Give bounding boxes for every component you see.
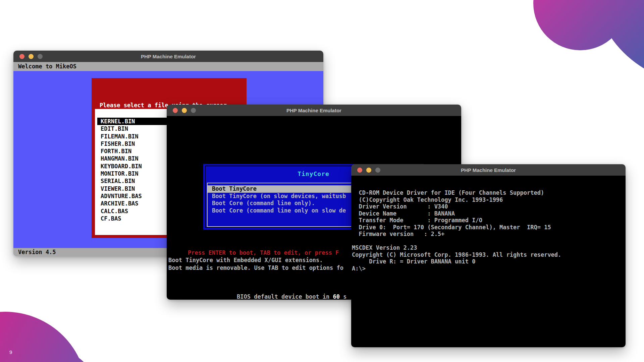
- bios-countdown-value: 60: [333, 293, 340, 300]
- window-title: PHP Machine Emulator: [286, 108, 341, 113]
- window-dos: PHP Machine Emulator CD-ROM Device Drive…: [351, 164, 626, 347]
- boot-prompt-text: Press ENTER to boot, TAB to edit, or pre…: [188, 249, 339, 256]
- close-button[interactable]: [19, 54, 24, 59]
- dos-terminal-output: CD-ROM Device Driver for IDE (Four Chann…: [352, 189, 561, 272]
- minimize-button[interactable]: [366, 168, 371, 173]
- gradient-blob-top-right: [523, 0, 644, 107]
- window-title: PHP Machine Emulator: [141, 54, 196, 59]
- tinycore-titlebar[interactable]: PHP Machine Emulator: [167, 105, 461, 116]
- traffic-lights: [19, 51, 43, 62]
- minimize-button[interactable]: [29, 54, 34, 59]
- mikeos-header-bar: Welcome to MikeOS: [13, 62, 323, 71]
- dos-terminal-line: Copyright (C) Microsoft Corp. 1986-1993.…: [352, 251, 561, 258]
- dos-terminal-line: Transfer Mode : Programmed I/O: [352, 217, 561, 224]
- window-title: PHP Machine Emulator: [461, 167, 516, 173]
- bios-countdown-prefix: BIOS default device boot in: [237, 293, 333, 300]
- dos-terminal-line: Drive R: = Driver BANANA unit 0: [352, 258, 561, 265]
- boot-help-line: Boot TinyCore with Embedded X/GUI extens…: [168, 257, 323, 263]
- close-button[interactable]: [357, 168, 362, 173]
- dos-terminal-line: Device Name : BANANA: [352, 210, 561, 217]
- mikeos-titlebar[interactable]: PHP Machine Emulator: [13, 51, 323, 62]
- dos-terminal-line: [352, 238, 561, 245]
- slide-number: 9: [9, 349, 12, 355]
- minimize-button[interactable]: [182, 108, 187, 113]
- dos-terminal-line: (C)Copyright Oak Technology Inc. 1993-19…: [352, 196, 561, 203]
- traffic-lights: [173, 105, 196, 116]
- dos-terminal-line: Drive 0: Port= 170 (Secondary Channel), …: [352, 224, 561, 231]
- dos-terminal-line: CD-ROM Device Driver for IDE (Four Chann…: [352, 189, 561, 196]
- dos-terminal-line: A:\>: [352, 265, 561, 272]
- traffic-lights: [357, 164, 380, 176]
- fullscreen-button[interactable]: [38, 54, 43, 59]
- dos-terminal-line: Driver Version : V340: [352, 203, 561, 210]
- bios-countdown-suffix: s: [340, 293, 346, 300]
- close-button[interactable]: [173, 108, 178, 113]
- bios-countdown: BIOS default device boot in 60 s: [237, 293, 347, 300]
- dos-terminal-line: MSCDEX Version 2.23: [352, 244, 561, 251]
- boot-help-line: Boot media is removable. Use TAB to edit…: [168, 264, 343, 271]
- dos-terminal-line: Firmware version : 2.5+: [352, 231, 561, 238]
- dos-screen[interactable]: CD-ROM Device Driver for IDE (Four Chann…: [351, 176, 626, 347]
- fullscreen-button[interactable]: [375, 168, 380, 173]
- gradient-blob-bottom-left: [0, 308, 101, 362]
- dos-titlebar[interactable]: PHP Machine Emulator: [351, 164, 626, 176]
- fullscreen-button[interactable]: [191, 108, 196, 113]
